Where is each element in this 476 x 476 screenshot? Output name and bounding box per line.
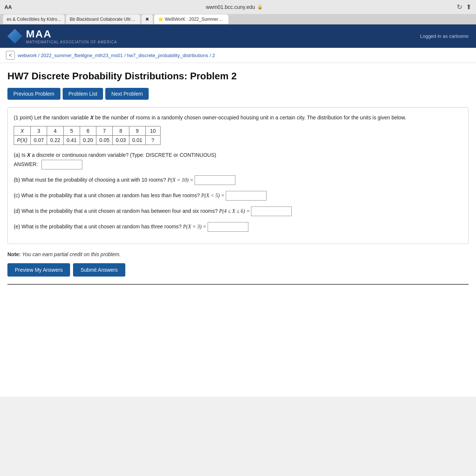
question-a-input[interactable] — [42, 160, 82, 169]
breadcrumb-back-button[interactable]: < — [6, 51, 15, 60]
note-label: Note: — [7, 251, 21, 257]
next-problem-button[interactable]: Next Problem — [105, 88, 149, 100]
question-c-input[interactable] — [226, 191, 267, 201]
question-d-math: P(4 ≤ X ≤ 6) = — [219, 208, 251, 214]
reload-icon[interactable]: ↻ — [457, 3, 462, 11]
question-e-text: (e) What is the probability that a unit … — [14, 224, 183, 229]
table-px-6: 0.20 — [80, 136, 96, 145]
problem-description: (1 point) Let the random variable X be t… — [14, 113, 462, 122]
main-content: HW7 Discrete Probability Distributions: … — [0, 63, 476, 397]
tab-kidro[interactable]: es & Collectibles by Kidro... — [3, 14, 65, 24]
table-col-4: 4 — [47, 126, 63, 136]
table-col-9: 9 — [129, 126, 145, 136]
table-col-5: 5 — [63, 126, 80, 136]
table-px-10: ? — [145, 136, 160, 145]
share-icon[interactable]: ⬆ — [466, 3, 472, 11]
browser-actions: ↻ ⬆ — [457, 3, 472, 11]
submit-answers-button[interactable]: Submit Answers — [73, 263, 125, 277]
lock-icon: 🔒 — [257, 4, 263, 10]
table-header-x: X — [14, 126, 31, 136]
question-c-math: P(X < 5) = — [201, 193, 226, 198]
logo-area: MAA MATHEMATICAL ASSOCIATION OF AMERICA — [7, 28, 117, 44]
bottom-buttons: Preview My Answers Submit Answers — [7, 263, 469, 277]
question-a: (a) Is X a discrete or continuous random… — [14, 151, 462, 169]
previous-problem-button[interactable]: Previous Problem — [7, 88, 60, 100]
bottom-divider — [7, 284, 469, 285]
question-d-text: (d) What is the probability that a unit … — [14, 208, 219, 214]
page-header: MAA MATHEMATICAL ASSOCIATION OF AMERICA … — [0, 24, 476, 48]
question-c: (c) What is the probability that a unit … — [14, 191, 462, 201]
tab-webwork[interactable]: ⭐ WeBWorK : 2022_Summer_FBelil — [154, 14, 228, 24]
table-header-px: P(X) — [14, 136, 31, 145]
table-px-7: 0.05 — [96, 136, 113, 145]
problem-desc-text: Let the random variable X be the number … — [34, 115, 406, 120]
tab-close[interactable]: ✖ — [142, 14, 153, 24]
logo-maa: MAA — [26, 28, 117, 40]
logo-diamond-icon — [7, 29, 22, 44]
question-b-input[interactable] — [195, 175, 235, 185]
table-col-6: 6 — [80, 126, 96, 136]
logo-text: MAA MATHEMATICAL ASSOCIATION OF AMERICA — [26, 28, 117, 44]
note-text: Note: You can earn partial credit on thi… — [7, 251, 469, 257]
browser-aa-label: AA — [4, 4, 12, 10]
question-b-math: P(X = 10) = — [168, 177, 195, 183]
problem-box: (1 point) Let the random variable X be t… — [7, 107, 469, 244]
table-px-3: 0.07 — [31, 136, 47, 145]
table-px-8: 0.03 — [113, 136, 129, 145]
tab-bar: es & Collectibles by Kidro... Bb Blackbo… — [0, 14, 476, 24]
question-e-input[interactable] — [208, 222, 248, 232]
browser-url-bar: wwm01.bcc.cuny.edu 🔒 — [16, 4, 452, 10]
question-a-answer-area: ANSWER: — [14, 160, 462, 169]
table-px-5: 0.41 — [63, 136, 80, 145]
problem-points: (1 point) — [14, 115, 33, 120]
url-text: wwm01.bcc.cuny.edu — [206, 4, 255, 10]
question-b: (b) What must be the probability of choo… — [14, 175, 462, 185]
logo-subtitle: MATHEMATICAL ASSOCIATION OF AMERICA — [26, 40, 117, 44]
breadcrumb-bar: < webwork / 2022_summer_fbelilgne_mth23_… — [0, 48, 476, 63]
question-e-math: P(X = 3) = — [183, 224, 208, 229]
tab-blackboard[interactable]: Bb Blackboard Collaborate Ultra – 2022 S… — [66, 14, 140, 24]
question-d-input[interactable] — [251, 206, 292, 216]
question-d: (d) What is the probability that a unit … — [14, 206, 462, 216]
breadcrumb-path: webwork / 2022_summer_fbelilgne_mth23_ms… — [18, 53, 215, 58]
question-c-text: (c) What is the probability that a unit … — [14, 192, 201, 198]
table-px-9: 0.01 — [129, 136, 145, 145]
browser-chrome: AA wwm01.bcc.cuny.edu 🔒 ↻ ⬆ — [0, 0, 476, 14]
table-px-4: 0.22 — [47, 136, 63, 145]
note-body: You can earn partial credit on this prob… — [22, 251, 120, 257]
problem-list-button[interactable]: Problem List — [63, 88, 103, 100]
table-col-10: 10 — [145, 126, 160, 136]
probability-table: X 3 4 5 6 7 8 9 10 P(X) 0.07 0.22 0.41 0… — [14, 126, 161, 145]
question-b-text: (b) What must be the probability of choo… — [14, 177, 168, 183]
question-e: (e) What is the probability that a unit … — [14, 222, 462, 232]
table-col-3: 3 — [31, 126, 47, 136]
question-a-text: (a) Is X a discrete or continuous random… — [14, 151, 462, 160]
page-title: HW7 Discrete Probability Distributions: … — [7, 70, 469, 82]
nav-buttons: Previous Problem Problem List Next Probl… — [7, 88, 469, 100]
table-col-8: 8 — [113, 126, 129, 136]
logged-in-text: Logged in as carlosmo — [420, 33, 469, 39]
table-col-7: 7 — [96, 126, 113, 136]
question-a-answer-label: ANSWER: — [14, 161, 38, 167]
preview-answers-button[interactable]: Preview My Answers — [7, 263, 70, 277]
